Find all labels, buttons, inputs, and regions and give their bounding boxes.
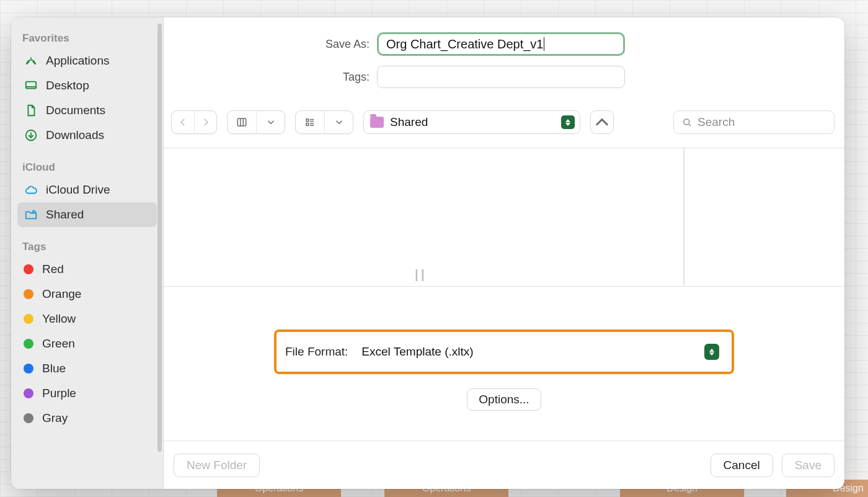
file-format-value: Excel Template (.xltx): [361, 345, 704, 359]
tag-dot-icon: [24, 388, 33, 398]
tag-purple[interactable]: Purple: [17, 381, 157, 406]
cloud-icon: [24, 182, 38, 197]
view-grid-control[interactable]: [295, 110, 353, 134]
sidebar: Favorites Applications Desktop Documents…: [11, 17, 164, 489]
sidebar-item-icloud-drive[interactable]: iCloud Drive: [17, 177, 157, 202]
sidebar-item-label: Desktop: [46, 79, 89, 92]
column-resize-handle[interactable]: ┃┃: [415, 148, 424, 286]
tag-dot-icon: [24, 264, 33, 274]
tag-dot-icon: [24, 364, 33, 374]
tag-label: Green: [42, 337, 75, 351]
sidebar-item-applications[interactable]: Applications: [17, 48, 157, 73]
shared-folder-icon: [24, 207, 38, 222]
tag-gray[interactable]: Gray: [17, 406, 157, 431]
sidebar-item-label: Shared: [46, 208, 84, 222]
tag-dot-icon: [24, 289, 33, 299]
file-format-label: File Format:: [285, 345, 348, 359]
tag-label: Purple: [42, 387, 76, 400]
save-as-label: Save As:: [311, 38, 370, 51]
browser-column[interactable]: [683, 148, 844, 286]
search-input[interactable]: Search: [673, 110, 835, 134]
view-columns-control[interactable]: [227, 110, 285, 134]
svg-point-2: [33, 210, 35, 213]
sidebar-item-label: Documents: [46, 104, 105, 117]
tag-label: Red: [42, 262, 64, 276]
svg-rect-4: [306, 119, 309, 122]
sidebar-item-desktop[interactable]: Desktop: [17, 73, 157, 98]
back-button[interactable]: [172, 111, 194, 133]
file-format-highlight: File Format: Excel Template (.xltx): [274, 329, 734, 374]
tag-dot-icon: [24, 339, 33, 349]
sidebar-group-favorites: Favorites: [22, 32, 152, 45]
updown-icon: [561, 115, 575, 129]
tag-green[interactable]: Green: [17, 331, 157, 356]
documents-icon: [24, 103, 38, 118]
text-caret: [544, 37, 544, 51]
sidebar-scrollbar[interactable]: [157, 24, 162, 452]
browser-column[interactable]: [424, 148, 676, 286]
dialog-footer: New Folder Cancel Save: [164, 441, 844, 489]
sidebar-item-label: Downloads: [46, 128, 104, 142]
tag-blue[interactable]: Blue: [17, 356, 157, 381]
desktop-icon: [24, 78, 38, 93]
tag-label: Gray: [42, 411, 68, 425]
updown-icon: [704, 344, 719, 360]
svg-rect-5: [306, 123, 309, 126]
sidebar-item-documents[interactable]: Documents: [17, 98, 157, 123]
tag-dot-icon: [24, 314, 33, 324]
sidebar-item-label: Applications: [46, 54, 109, 68]
nav-history: [171, 110, 217, 134]
tag-dot-icon: [24, 413, 33, 423]
new-folder-button[interactable]: New Folder: [174, 454, 260, 477]
applications-icon: [24, 53, 38, 68]
sidebar-item-downloads[interactable]: Downloads: [17, 123, 157, 148]
dialog-toolbar: Shared Search: [164, 110, 844, 134]
svg-rect-0: [26, 82, 37, 89]
downloads-icon: [24, 128, 38, 143]
collapse-button[interactable]: [590, 110, 614, 134]
forward-button[interactable]: [194, 111, 216, 133]
file-browser[interactable]: ┃┃: [164, 148, 844, 287]
dialog-main: Save As: Org Chart_Creative Dept_v1 Tags…: [164, 17, 844, 489]
tags-input[interactable]: [377, 66, 625, 88]
tag-yellow[interactable]: Yellow: [17, 307, 157, 331]
folder-icon: [370, 117, 384, 128]
save-button[interactable]: Save: [782, 454, 835, 477]
svg-rect-3: [237, 119, 246, 126]
save-dialog: Favorites Applications Desktop Documents…: [11, 17, 844, 489]
chevron-down-icon: [324, 111, 353, 133]
sidebar-group-icloud: iCloud: [22, 161, 152, 174]
tag-orange[interactable]: Orange: [17, 282, 157, 307]
sidebar-item-shared[interactable]: Shared: [17, 202, 157, 227]
save-as-input[interactable]: Org Chart_Creative Dept_v1: [377, 32, 625, 56]
chevron-down-icon: [256, 111, 285, 133]
search-placeholder: Search: [698, 115, 735, 129]
sidebar-group-tags: Tags: [22, 241, 152, 253]
tags-label: Tags:: [311, 71, 370, 84]
sidebar-item-label: iCloud Drive: [46, 183, 110, 197]
tag-label: Orange: [42, 287, 81, 301]
cancel-button[interactable]: Cancel: [711, 454, 773, 477]
location-name: Shared: [390, 115, 555, 129]
save-as-value: Org Chart_Creative Dept_v1: [386, 37, 543, 51]
tag-red[interactable]: Red: [17, 257, 157, 282]
tag-label: Yellow: [42, 312, 76, 326]
browser-column[interactable]: [164, 148, 415, 286]
options-button[interactable]: Options...: [467, 388, 541, 411]
location-picker[interactable]: Shared: [363, 110, 580, 134]
svg-point-6: [684, 119, 689, 125]
tag-label: Blue: [42, 362, 66, 375]
file-format-select[interactable]: Excel Template (.xltx): [354, 341, 723, 363]
